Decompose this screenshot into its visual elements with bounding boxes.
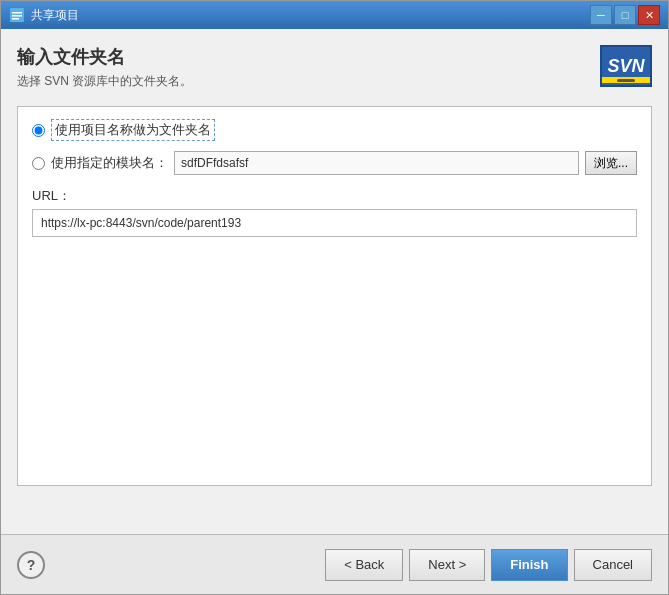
close-button[interactable]: ✕ [638,5,660,25]
radio-option-2-row: 使用指定的模块名： 浏览... [32,151,637,175]
window-icon [9,7,25,23]
main-window: 共享项目 ─ □ ✕ 输入文件夹名 选择 SVN 资源库中的文件夹名。 SVN [0,0,669,595]
next-button[interactable]: Next > [409,549,485,581]
browse-button[interactable]: 浏览... [585,151,637,175]
help-button[interactable]: ? [17,551,45,579]
svg-rect-3 [12,18,19,20]
bottom-buttons: < Back Next > Finish Cancel [325,549,652,581]
svn-logo-text: SVN [607,56,644,77]
url-value: https://lx-pc:8443/svn/code/parent193 [32,209,637,237]
svg-rect-1 [12,12,22,14]
radio1-label[interactable]: 使用项目名称做为文件夹名 [51,119,215,141]
radio2-label[interactable]: 使用指定的模块名： [51,154,168,172]
cancel-button[interactable]: Cancel [574,549,652,581]
svn-logo: SVN [600,45,652,87]
url-section: URL： https://lx-pc:8443/svn/code/parent1… [32,187,637,237]
finish-button[interactable]: Finish [491,549,567,581]
svg-rect-2 [12,15,22,17]
content-area: 输入文件夹名 选择 SVN 资源库中的文件夹名。 SVN 使用项目名称做为文件夹… [1,29,668,534]
form-section: 使用项目名称做为文件夹名 使用指定的模块名： 浏览... URL： https:… [17,106,652,486]
module-name-input[interactable] [174,151,579,175]
back-button[interactable]: < Back [325,549,403,581]
svn-logo-bar [602,77,650,83]
bottom-bar: ? < Back Next > Finish Cancel [1,534,668,594]
url-label: URL： [32,187,637,205]
header-row: 输入文件夹名 选择 SVN 资源库中的文件夹名。 SVN [17,45,652,90]
page-heading: 输入文件夹名 [17,45,192,69]
minimize-button[interactable]: ─ [590,5,612,25]
bottom-left: ? [17,551,45,579]
radio-use-module-name[interactable] [32,157,45,170]
radio-option-1: 使用项目名称做为文件夹名 [32,119,637,141]
radio-use-project-name[interactable] [32,124,45,137]
title-bar: 共享项目 ─ □ ✕ [1,1,668,29]
header-text: 输入文件夹名 选择 SVN 资源库中的文件夹名。 [17,45,192,90]
window-controls: ─ □ ✕ [590,5,660,25]
window-title: 共享项目 [31,7,590,24]
maximize-button[interactable]: □ [614,5,636,25]
page-subtext: 选择 SVN 资源库中的文件夹名。 [17,73,192,90]
